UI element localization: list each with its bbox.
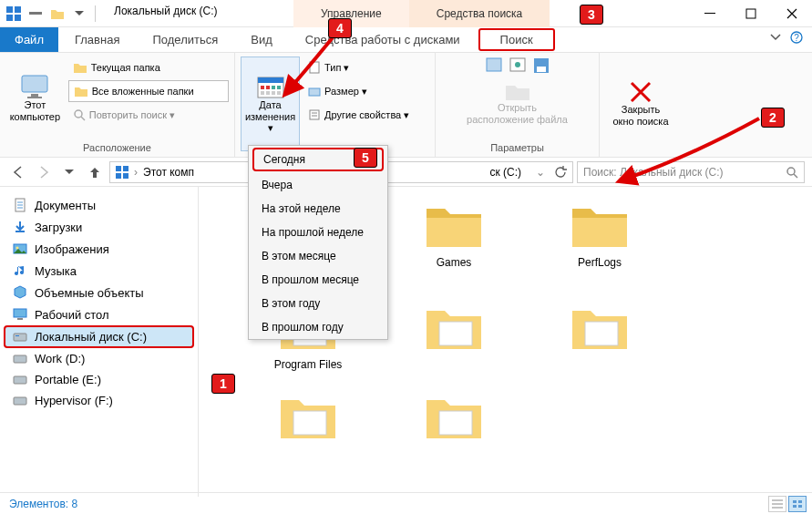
svg-point-39 (16, 247, 19, 250)
history-dropdown-icon[interactable] (58, 161, 80, 183)
dd-this-week[interactable]: На этой неделе (249, 197, 387, 221)
current-folder-button[interactable]: Текущая папка (68, 57, 229, 78)
app-icon (4, 4, 24, 24)
sidebar-item-downloads[interactable]: Загрузки (4, 216, 194, 238)
close-search-button[interactable]: Закрыть окно поиска (611, 57, 671, 151)
tab-file[interactable]: Файл (0, 27, 58, 52)
tab-share[interactable]: Поделиться (136, 27, 234, 52)
svg-rect-21 (272, 91, 275, 95)
recent-search-icon[interactable] (485, 57, 503, 75)
forward-button[interactable] (33, 161, 55, 183)
svg-rect-50 (585, 322, 618, 345)
folder-item[interactable]: PerfLogs (527, 198, 673, 282)
badge-4: 4 (328, 18, 352, 38)
svg-rect-41 (17, 318, 23, 320)
ribbon-collapse-icon[interactable] (770, 34, 781, 41)
back-button[interactable] (7, 161, 29, 183)
sidebar-item-music[interactable]: Музыка (4, 260, 194, 282)
svg-rect-19 (261, 91, 264, 95)
other-props-button[interactable]: Другие свойства ▾ (303, 104, 429, 126)
breadcrumb-tail[interactable]: ск (C:) (489, 166, 521, 179)
all-subfolders-button[interactable]: Все вложенные папки (68, 80, 229, 102)
ribbon: Этот компьютер Текущая папка Все вложенн… (0, 53, 812, 158)
svg-rect-23 (310, 62, 319, 73)
svg-rect-26 (487, 58, 501, 71)
svg-rect-30 (537, 67, 546, 72)
svg-rect-17 (272, 86, 275, 89)
sidebar-item-desktop[interactable]: Рабочий стол (4, 303, 194, 325)
svg-rect-53 (793, 500, 797, 503)
tab-view[interactable]: Вид (234, 27, 289, 52)
status-bar: Элементов: 8 (0, 492, 812, 514)
dd-yesterday[interactable]: Вчера (249, 173, 387, 197)
sidebar-item-drive-d[interactable]: Work (D:) (4, 348, 194, 369)
dd-last-week[interactable]: На прошлой неделе (249, 221, 387, 244)
minimize-button[interactable] (689, 0, 730, 27)
folder-item[interactable] (381, 389, 527, 442)
type-button[interactable]: Тип ▾ (303, 57, 429, 78)
refresh-button[interactable] (554, 166, 567, 179)
date-dropdown: Сегодня Вчера На этой неделе На прошлой … (248, 145, 388, 340)
svg-rect-33 (116, 173, 121, 179)
up-button[interactable] (84, 161, 106, 183)
folder-item[interactable] (381, 300, 527, 371)
save-search-icon[interactable] (532, 57, 550, 75)
svg-rect-22 (277, 91, 281, 95)
advanced-options-icon[interactable] (509, 57, 527, 75)
view-icons-button[interactable] (788, 496, 807, 512)
sidebar-item-drive-f[interactable]: Hypervisor (F:) (4, 390, 194, 411)
sidebar-item-drive-c[interactable]: Локальный диск (C:) (4, 325, 194, 348)
folder-toolbar-icon[interactable] (47, 4, 67, 24)
close-button[interactable] (771, 0, 812, 27)
svg-point-12 (75, 110, 82, 118)
dd-last-month[interactable]: В прошлом месяце (249, 268, 387, 292)
status-text: Элементов: 8 (9, 498, 77, 510)
qat-icon[interactable] (26, 4, 46, 24)
sidebar-item-drive-e[interactable]: Portable (E:) (4, 369, 194, 390)
tab-search[interactable]: Поиск (478, 28, 555, 51)
open-location-button[interactable]: Открыть расположение файла (463, 77, 572, 128)
svg-rect-9 (22, 76, 47, 92)
date-modified-button[interactable]: Дата изменения ▾ (241, 57, 300, 151)
address-dropdown-icon[interactable]: ⌄ (536, 166, 545, 179)
svg-rect-6 (746, 9, 755, 18)
svg-text:?: ? (794, 33, 799, 43)
this-pc-button[interactable]: Этот компьютер (5, 57, 65, 140)
qat-dropdown-icon[interactable] (69, 4, 89, 24)
tab-disk-tools[interactable]: Средства работы с дисками (289, 27, 477, 52)
svg-point-28 (515, 62, 520, 67)
svg-rect-46 (14, 397, 26, 405)
svg-point-35 (787, 168, 795, 175)
search-icon[interactable] (786, 166, 798, 179)
group-location-label: Расположение (5, 140, 229, 155)
svg-rect-54 (798, 500, 802, 503)
svg-rect-11 (27, 97, 42, 98)
search-input[interactable]: Поиск: Локальный диск (C:) (577, 161, 805, 183)
dd-this-year[interactable]: В этом году (249, 292, 387, 315)
svg-rect-45 (14, 376, 26, 384)
tab-home[interactable]: Главная (58, 27, 136, 52)
folder-item[interactable] (235, 389, 381, 442)
folder-item[interactable]: Games (381, 198, 527, 282)
title-bar: Локальный диск (C:) Управление Средства … (0, 0, 812, 27)
folder-item[interactable] (527, 300, 673, 371)
svg-rect-40 (14, 309, 26, 317)
group-params-label: Параметры (441, 140, 593, 155)
sidebar-item-documents[interactable]: Документы (4, 194, 194, 216)
repeat-search-button[interactable]: Повторить поиск ▾ (68, 104, 229, 126)
maximize-button[interactable] (730, 0, 771, 27)
svg-rect-56 (798, 505, 802, 508)
context-tab-search[interactable]: Средства поиска (409, 0, 550, 27)
view-details-button[interactable] (768, 496, 786, 512)
sidebar-item-pictures[interactable]: Изображения (4, 238, 194, 260)
size-button[interactable]: Размер ▾ (303, 80, 429, 102)
help-icon[interactable]: ? (790, 31, 803, 44)
breadcrumb-prefix[interactable]: Этот комп (143, 166, 194, 179)
dd-last-year[interactable]: В прошлом году (249, 315, 387, 339)
sidebar-item-3dobjects[interactable]: Объемные объекты (4, 282, 194, 303)
dd-this-month[interactable]: В этом месяце (249, 244, 387, 268)
svg-rect-14 (258, 77, 283, 83)
svg-rect-0 (6, 6, 13, 13)
svg-rect-43 (15, 335, 19, 336)
svg-rect-15 (261, 86, 264, 89)
